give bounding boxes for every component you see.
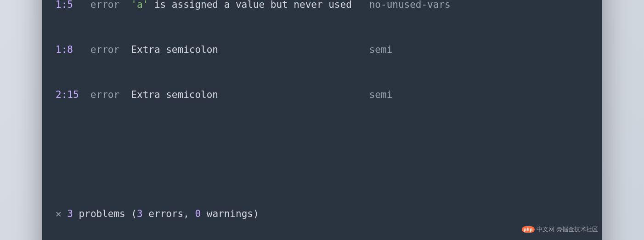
terminal-output: 1:5 error 'a' is assigned a value but ne… (56, 0, 588, 240)
error-rule: semi (369, 42, 393, 57)
summary-text: problems ( (73, 208, 137, 219)
watermark: php 中文网 @掘金技术社区 (522, 225, 598, 234)
error-location: 1:5 (56, 0, 90, 12)
summary-text: warnings) (201, 208, 259, 219)
error-severity: error (90, 42, 131, 57)
error-count: 3 (137, 208, 143, 219)
warning-count: 0 (195, 208, 201, 219)
error-message: Extra semicolon (131, 42, 369, 57)
watermark-cn: 中文网 (537, 225, 554, 234)
lint-error-row: 1:5 error 'a' is assigned a value but ne… (56, 0, 588, 12)
summary-line: ✕ 3 problems (3 errors, 0 warnings) (56, 206, 588, 222)
error-severity: error (90, 0, 131, 12)
error-message: Extra semicolon (131, 87, 369, 103)
error-rule: semi (369, 87, 393, 103)
error-location: 2:15 (56, 87, 90, 103)
cross-icon: ✕ (56, 208, 62, 219)
watermark-at: @掘金技术社区 (556, 225, 598, 234)
error-message-text: is assigned a value but never used (148, 0, 352, 10)
error-location: 1:8 (56, 42, 90, 57)
error-rule: no-unused-vars (369, 0, 451, 12)
error-severity: error (90, 87, 131, 103)
terminal-window: 1:5 error 'a' is assigned a value but ne… (42, 0, 602, 240)
problem-count: 3 (67, 208, 73, 219)
lint-error-row: 1:8 error Extra semicolon semi (56, 42, 588, 57)
error-message: 'a' is assigned a value but never used (131, 0, 369, 12)
php-badge: php (522, 226, 535, 233)
lint-error-row: 2:15 error Extra semicolon semi (56, 87, 588, 103)
error-quote: 'a' (131, 0, 148, 10)
summary-text: errors, (143, 208, 195, 219)
